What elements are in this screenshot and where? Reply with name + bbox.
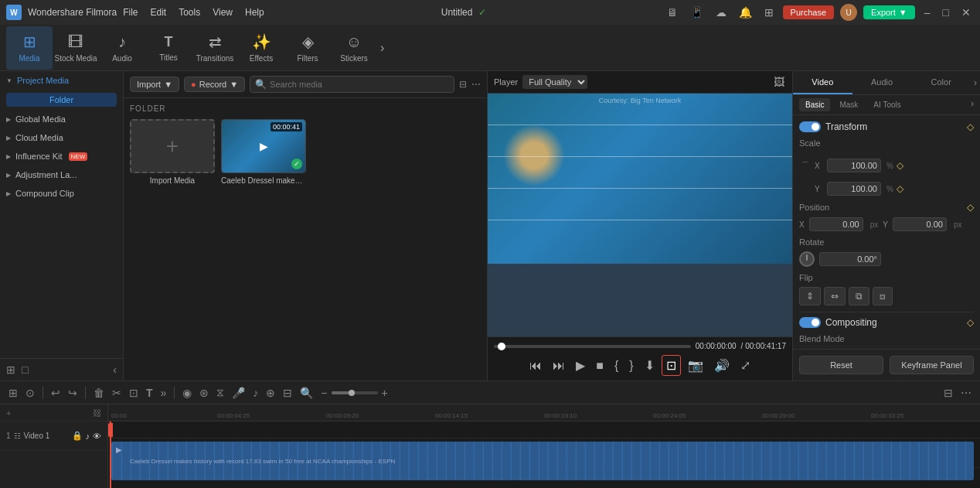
import-media-item[interactable]: + Import Media (130, 119, 215, 185)
close-button[interactable]: ✕ (958, 5, 974, 20)
import-button[interactable]: Import ▼ (130, 77, 179, 92)
timeline-ripple-icon[interactable]: ◉ (180, 385, 194, 401)
scale-y-input[interactable] (827, 182, 881, 196)
toolbar-effects[interactable]: ✨ Effects (238, 26, 284, 70)
sidebar-item-adjustment[interactable]: ▶ Adjustment La... (0, 166, 123, 184)
quality-select[interactable]: Full Quality 1/2 Quality 1/4 Quality (522, 75, 587, 89)
timeline-progress[interactable] (494, 345, 691, 348)
compositing-keyframe-icon[interactable]: ◇ (967, 317, 974, 328)
caeleb-media-item[interactable]: ▶ 00:00:41 ✓ Caeleb Dressel makes ... (221, 119, 306, 185)
mark-in-icon[interactable]: { (611, 357, 622, 375)
zoom-plus-icon[interactable]: + (379, 385, 390, 401)
toolbar-expand-icon[interactable]: › (380, 41, 384, 55)
menu-tools[interactable]: Tools (179, 7, 200, 18)
timeline-zoom-out-icon[interactable]: 🔍 (298, 385, 315, 401)
flip-vertical-button[interactable]: ⇕ (799, 287, 821, 305)
add-folder-icon[interactable]: ⊞ (6, 363, 15, 376)
search-input[interactable] (270, 80, 449, 89)
maximize-button[interactable]: □ (940, 5, 952, 20)
timeline-thumb[interactable] (498, 343, 505, 350)
track-lock-icon[interactable]: 🔒 (72, 431, 83, 441)
prev-frame-icon[interactable]: ⏭ (549, 357, 569, 375)
flip-btn-4[interactable]: ⧈ (873, 287, 893, 305)
timeline-undo-icon[interactable]: ↩ (49, 385, 63, 401)
menu-file[interactable]: File (123, 7, 138, 18)
collapse-icon[interactable]: ‹ (113, 363, 117, 376)
fullscreen-icon[interactable]: ⊡ (662, 355, 681, 376)
cloud-upload-icon[interactable]: ☁ (713, 5, 730, 20)
menu-view[interactable]: View (213, 7, 233, 18)
record-button[interactable]: ● Record ▼ (184, 77, 245, 92)
timeline-redo-icon[interactable]: ↪ (66, 385, 80, 401)
stop-icon[interactable]: ■ (592, 357, 607, 375)
transform-toggle[interactable] (799, 121, 821, 132)
toolbar-audio[interactable]: ♪ Audio (99, 26, 145, 70)
link-track-button[interactable]: ⛓ (93, 408, 101, 418)
right-panel-expand-icon[interactable]: › (971, 71, 980, 94)
zoom-icon[interactable]: ⤢ (737, 356, 754, 375)
add-icon[interactable]: □ (22, 363, 28, 376)
timeline-crop-icon[interactable]: ⊡ (127, 385, 141, 401)
skip-back-icon[interactable]: ⏮ (526, 357, 546, 375)
rotate-dial[interactable] (799, 251, 815, 267)
add-to-timeline-icon[interactable]: ⬇ (641, 356, 658, 375)
position-y-input[interactable] (893, 217, 947, 231)
timeline-grid-icon[interactable]: ⊞ (6, 385, 20, 401)
position-keyframe-icon[interactable]: ◇ (967, 202, 974, 213)
menu-help[interactable]: Help (245, 7, 264, 18)
timeline-delete-icon[interactable]: 🗑 (91, 385, 107, 401)
add-track-button[interactable]: + (6, 408, 11, 418)
tab-video[interactable]: Video (793, 71, 852, 94)
play-icon[interactable]: ▶ (572, 356, 589, 375)
reset-button[interactable]: Reset (799, 356, 883, 374)
zoom-slider[interactable] (332, 391, 378, 394)
toolbar-transitions[interactable]: ⇄ Transitions (192, 26, 238, 70)
transform-keyframe-icon[interactable]: ◇ (967, 121, 974, 132)
user-avatar[interactable]: U (840, 4, 857, 21)
flip-horizontal-button[interactable]: ⇔ (824, 287, 846, 305)
timeline-marker-icon[interactable]: ⧖ (214, 384, 226, 401)
scale-x-keyframe-icon[interactable]: ◇ (897, 160, 903, 171)
toolbar-stock-media[interactable]: 🎞 Stock Media (53, 26, 99, 70)
sidebar-item-global-media[interactable]: ▶ Global Media (0, 110, 123, 128)
subtabs-expand-icon[interactable]: › (971, 98, 974, 111)
tab-audio[interactable]: Audio (852, 71, 912, 94)
phone-icon[interactable]: 📱 (687, 5, 706, 20)
timeline-voice-icon[interactable]: 🎤 (230, 385, 247, 401)
notification-icon[interactable]: 🔔 (736, 5, 755, 20)
timeline-magnet-icon[interactable]: ⊛ (197, 385, 211, 401)
export-button[interactable]: Export ▼ (863, 5, 915, 19)
toolbar-stickers[interactable]: ☺ Stickers (331, 26, 377, 70)
video-clip[interactable]: Caeleb Dressel makes history with record… (111, 442, 974, 480)
timeline-text-icon[interactable]: T (144, 385, 155, 401)
menu-edit[interactable]: Edit (151, 7, 167, 18)
sidebar-item-project-media[interactable]: ▼ Project Media (0, 71, 123, 90)
minimize-button[interactable]: – (921, 5, 934, 20)
track-audio-icon[interactable]: ♪ (86, 432, 90, 441)
rotate-input[interactable] (819, 252, 881, 266)
scale-y-keyframe-icon[interactable]: ◇ (897, 183, 903, 194)
subtab-ai-tools[interactable]: AI Tools (867, 98, 907, 111)
zoom-thumb[interactable] (349, 390, 355, 396)
sidebar-item-cloud-media[interactable]: ▶ Cloud Media (0, 128, 123, 147)
timeline-cut-icon[interactable]: ✂ (110, 385, 124, 401)
grid-icon[interactable]: ⊞ (761, 5, 777, 20)
position-x-input[interactable] (809, 217, 863, 231)
timeline-settings-icon[interactable]: ⋯ (958, 385, 974, 401)
timeline-split-icon[interactable]: ⊟ (281, 385, 294, 401)
flip-btn-3[interactable]: ⧉ (849, 287, 869, 305)
toolbar-titles[interactable]: T Titles (145, 26, 192, 70)
sidebar-item-compound-clip[interactable]: ▶ Compound Clip (0, 184, 123, 203)
more-icon[interactable]: ⋯ (471, 79, 481, 90)
toolbar-media[interactable]: ⊞ Media (6, 26, 53, 70)
timeline-target-icon[interactable]: ⊙ (23, 385, 37, 401)
sidebar-folder-active[interactable]: Folder (6, 93, 117, 107)
subtab-mask[interactable]: Mask (833, 98, 864, 111)
mark-out-icon[interactable]: } (625, 357, 637, 375)
scale-x-input[interactable] (827, 159, 881, 172)
sidebar-item-influence-kit[interactable]: ▶ Influence Kit NEW (0, 147, 123, 166)
audio-icon[interactable]: 🔊 (710, 356, 733, 375)
track-eye-icon[interactable]: 👁 (93, 432, 101, 441)
timeline-audio2-icon[interactable]: ♪ (250, 385, 260, 401)
monitor-icon[interactable]: 🖥 (664, 5, 681, 20)
